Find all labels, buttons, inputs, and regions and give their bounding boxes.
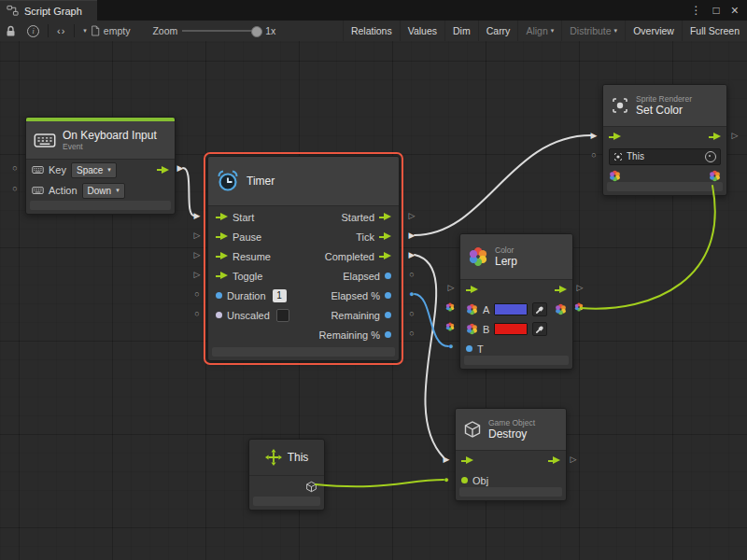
graph-selector[interactable]: ▾ empty <box>78 25 135 36</box>
port-marker[interactable]: ▶ <box>444 455 450 464</box>
port-marker[interactable]: ▷ <box>571 455 577 464</box>
flow-out-port[interactable] <box>157 166 169 175</box>
port-marker[interactable]: ▷ <box>732 132 739 140</box>
float-port[interactable] <box>216 292 222 299</box>
float-port[interactable] <box>385 312 391 318</box>
color-swatch-b[interactable] <box>494 323 528 335</box>
port-marker[interactable]: ○ <box>591 151 596 160</box>
port-label: Tick <box>356 231 374 243</box>
flow-out-port[interactable] <box>379 232 391 241</box>
tab-script-graph[interactable]: Script Graph <box>0 0 97 21</box>
port-marker[interactable]: ▷ <box>194 251 201 259</box>
slider-knob[interactable] <box>251 26 262 37</box>
color-port-marker[interactable] <box>445 322 455 331</box>
flow-in-port[interactable] <box>216 213 228 221</box>
values-button[interactable]: Values <box>400 21 444 41</box>
action-dropdown[interactable]: Down ▾ <box>82 183 125 199</box>
info-icon[interactable]: i <box>21 21 45 41</box>
relations-button[interactable]: Relations <box>343 21 400 41</box>
color-out-port-icon[interactable] <box>555 303 567 315</box>
node-set-color[interactable]: Sprite Renderer Set Color This <box>602 84 727 196</box>
port-marker[interactable]: ● <box>448 343 453 351</box>
align-button[interactable]: Align ▾ <box>517 21 561 41</box>
distribute-label: Distribute <box>570 25 611 36</box>
lock-icon[interactable] <box>0 21 21 41</box>
port-marker[interactable]: ▷ <box>409 212 416 220</box>
port-marker[interactable]: ○ <box>409 310 414 318</box>
port-marker[interactable]: ○ <box>409 329 414 338</box>
flow-out-port[interactable] <box>709 133 721 141</box>
bool-port[interactable] <box>216 312 222 318</box>
flow-in-port[interactable] <box>466 286 478 294</box>
port-marker[interactable]: ▶ <box>591 132 598 140</box>
zoom-slider[interactable] <box>182 24 261 37</box>
port-marker[interactable]: ○ <box>194 290 199 299</box>
eyedropper-icon[interactable] <box>532 322 547 336</box>
close-icon[interactable]: × <box>731 4 739 17</box>
port-marker[interactable]: ▶ <box>194 212 201 220</box>
window-menu-icon[interactable]: ⋮ <box>691 5 702 16</box>
color-port-marker[interactable] <box>445 302 455 312</box>
maximize-icon[interactable]: □ <box>713 5 720 16</box>
flow-out-port[interactable] <box>379 252 391 260</box>
color-port-icon[interactable] <box>466 303 478 315</box>
unscaled-checkbox[interactable] <box>276 309 289 322</box>
float-port[interactable] <box>385 331 391 338</box>
node-on-keyboard-input[interactable]: On Keyboard Input Event Key Space ▾ Acti… <box>25 117 176 215</box>
carry-button[interactable]: Carry <box>478 21 518 41</box>
object-port[interactable] <box>461 477 468 483</box>
float-port[interactable] <box>385 292 391 299</box>
game-object-port-icon[interactable] <box>305 481 317 493</box>
fullscreen-button[interactable]: Full Screen <box>682 21 747 41</box>
timer-output-started: Started <box>319 207 391 227</box>
node-timer[interactable]: Timer Start Pause Resume Toggle <box>207 156 400 361</box>
color-swatch-a[interactable] <box>494 303 528 315</box>
port-label: Toggle <box>233 271 262 282</box>
dim-button[interactable]: Dim <box>444 21 478 41</box>
key-dropdown[interactable]: Space ▾ <box>71 162 117 178</box>
port-marker[interactable]: ▶ <box>409 231 416 240</box>
flow-out-port[interactable] <box>548 456 560 465</box>
target-object-field[interactable]: This <box>609 148 721 165</box>
port-marker[interactable]: ○ <box>12 164 17 173</box>
color-port-icon[interactable] <box>709 170 721 182</box>
port-marker[interactable]: ○ <box>194 310 199 318</box>
port-marker[interactable]: ● <box>409 290 414 299</box>
node-color-lerp[interactable]: Color Lerp A <box>459 233 573 370</box>
distribute-button[interactable]: Distribute ▾ <box>561 21 625 41</box>
node-destroy[interactable]: Game Object Destroy Obj <box>455 408 567 501</box>
flow-in-port[interactable] <box>609 133 621 141</box>
port-marker[interactable]: ▶ <box>177 164 184 173</box>
tab-title: Script Graph <box>24 6 82 17</box>
port-marker[interactable]: ▶ <box>409 251 416 259</box>
port-marker[interactable]: ○ <box>409 271 414 279</box>
object-picker-icon[interactable] <box>705 151 716 162</box>
flow-in-port[interactable] <box>216 272 228 280</box>
kb-key-row: Key Space ▾ <box>26 160 175 180</box>
graph-canvas[interactable]: On Keyboard Input Event Key Space ▾ Acti… <box>0 41 747 560</box>
port-marker[interactable]: ▷ <box>194 271 201 279</box>
eyedropper-icon[interactable] <box>532 302 547 316</box>
port-marker[interactable]: ○ <box>12 185 17 193</box>
node-this[interactable]: This <box>248 439 325 511</box>
flow-in-port[interactable] <box>461 456 473 465</box>
color-port-marker[interactable] <box>574 302 584 312</box>
overview-button[interactable]: Overview <box>625 21 682 41</box>
chevrons-icon[interactable]: ‹› <box>51 21 71 41</box>
float-port[interactable] <box>466 345 472 352</box>
port-marker[interactable]: ▷ <box>448 284 455 292</box>
port-marker[interactable]: ● <box>444 476 448 484</box>
flow-in-port[interactable] <box>216 252 228 260</box>
flow-out-port[interactable] <box>555 286 567 294</box>
flow-out-port[interactable] <box>379 213 391 221</box>
duration-value-field[interactable]: 1 <box>273 289 287 302</box>
timer-input-duration: Duration 1 <box>216 286 289 305</box>
port-label: A <box>483 304 489 315</box>
flow-in-port[interactable] <box>216 232 228 241</box>
port-marker[interactable]: ▷ <box>194 231 201 240</box>
color-port-icon[interactable] <box>609 170 621 182</box>
node-footer <box>459 487 562 497</box>
port-marker[interactable]: ▷ <box>577 284 584 292</box>
float-port[interactable] <box>385 273 391 279</box>
color-port-icon[interactable] <box>466 323 478 335</box>
